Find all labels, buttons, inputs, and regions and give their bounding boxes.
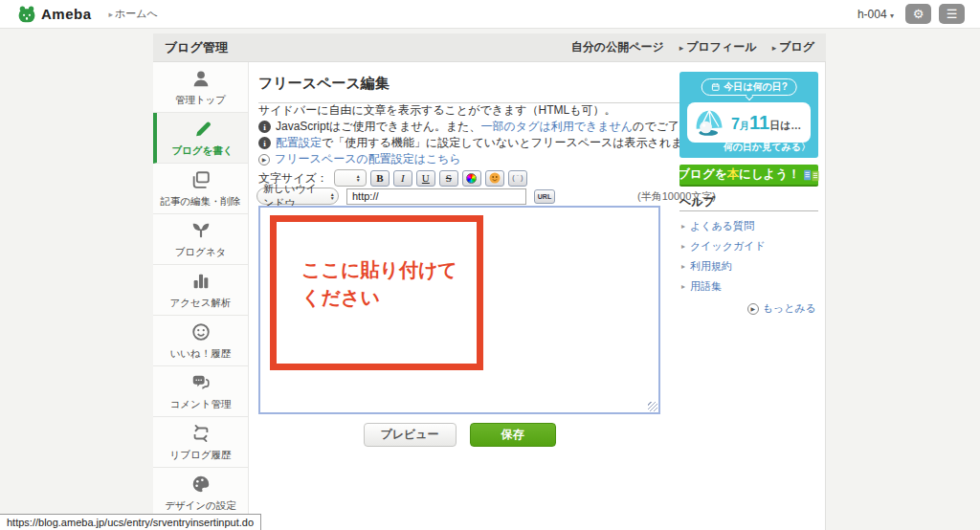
shell-pearl-icon [693,107,727,138]
chevron-down-icon: ▾ [890,11,894,20]
help-link-faq[interactable]: ▸よくある質問 [681,219,754,233]
status-bar-url: https://blog.ameba.jp/ucs/entry/srventry… [0,514,261,530]
info-icon: i [258,137,271,149]
sidebar-item-reblog-history[interactable]: リブログ履歴 [153,417,248,468]
strikethrough-button[interactable]: S [439,170,458,187]
sidebar-item-label: リブログ履歴 [170,449,232,462]
sidebar-item-comment-management[interactable]: コメント管理 [153,366,248,417]
user-id-menu[interactable]: h-004 ▾ [858,8,894,21]
reblog-icon [190,423,212,444]
arrow-right-icon: ▸ [772,43,777,53]
paste-here-text: ここに貼り付けて ください [301,256,457,312]
note-placement: i 配置設定で「使用する機能」に設定していないとフリースペースは表示されません。 [258,135,718,151]
paste-here-annotation: ここに貼り付けて ください [270,215,483,370]
url-input[interactable] [346,188,526,205]
blog-link[interactable]: ▸ブログ [772,39,814,55]
emoticon-icon: (¨) [512,174,524,182]
arrow-right-icon: ▸ [109,10,114,19]
user-icon [190,68,212,89]
help-more-link[interactable]: ▶もっとみる [747,301,816,316]
sidebar-item-write-blog[interactable]: ブログを書く [153,113,248,164]
sidebar-item-label: 管理トップ [175,94,226,107]
blog-to-book-banner[interactable]: ブログを本にしよう！ [679,165,818,187]
sidebar-item-label: ブログを書く [171,144,233,158]
bold-button[interactable]: B [370,170,390,187]
ameba-bear-icon [17,5,36,24]
circle-play-icon: ▶ [747,303,759,315]
help-link-quick-guide[interactable]: ▸クイックガイド [681,239,766,254]
resize-handle[interactable] [648,402,657,411]
ameba-logo-text: Ameba [41,6,92,22]
arrow-right-icon: ▸ [681,222,685,231]
intro-text: サイドバーに自由に文章を表示することができます（HTMLも可）。 [258,102,615,119]
save-button[interactable]: 保存 [470,423,556,447]
home-link[interactable]: ▸ホームへ [109,7,158,21]
color-wheel-icon [466,173,477,184]
today-banner[interactable]: 今日は何の日? 7月11日は… 何の日か見てみる〉 [679,72,818,158]
stepper-icon: ▲▼ [327,189,337,203]
link-target-select[interactable]: 新しいウインドウ▲▼ [256,188,339,205]
note-javascript: i JavaScriptはご使用できません。また、一部のタグは利用できませんので… [258,119,749,135]
italic-button[interactable]: I [393,170,412,187]
freespace-editor-textarea[interactable]: ここに貼り付けて ください [258,206,660,414]
arrow-right-icon: ▸ [681,262,685,271]
layout-settings-link[interactable]: 配置設定 [276,136,322,149]
today-date-text: 7月11日は… [731,112,801,134]
admin-sidebar: 管理トップ ブログを書く 記事の編集・削除 ブログネタ アクセス解析 [153,62,249,530]
palette-icon [190,474,212,495]
gear-icon: ⚙ [913,7,924,21]
today-date-box: 7月11日は… [687,102,811,143]
sidebar-item-label: 記事の編集・削除 [160,195,240,209]
emoji-button[interactable] [485,170,504,187]
font-size-select[interactable]: ▲▼ [334,169,367,187]
stepper-icon: ▲▼ [352,171,365,185]
sidebar-item-label: デザインの設定 [165,499,236,513]
top-bar: Ameba ▸ホームへ h-004 ▾ ⚙ ☰ [0,0,980,29]
sidebar-item-label: コメント管理 [170,398,232,411]
calendar-icon [710,82,720,92]
today-cta-link[interactable]: 何の日か見てみる〉 [724,141,811,154]
info-icon: i [258,121,271,133]
circle-play-icon: ▶ [258,154,270,166]
help-heading: ヘルプ [679,194,715,210]
sidebar-item-label: アクセス解析 [170,297,232,310]
pencil-icon [192,119,213,140]
comments-icon [190,372,212,393]
sidebar-item-design-settings[interactable]: デザインの設定 [153,468,248,519]
ameba-logo[interactable]: Ameba [17,5,92,24]
sidebar-item-edit-delete[interactable]: 記事の編集・削除 [153,164,248,214]
arrow-right-icon: ▸ [679,43,684,53]
sidebar-item-label: いいね！履歴 [170,347,232,361]
preview-button[interactable]: プレビュー [364,423,457,447]
menu-button[interactable]: ☰ [939,4,965,24]
documents-icon [190,169,212,190]
seedling-icon [190,220,212,241]
insert-url-button[interactable]: URL [534,189,555,204]
sidebar-item-label: ブログネタ [175,246,227,259]
sidebar-item-admin-top[interactable]: 管理トップ [153,62,248,113]
help-link-glossary[interactable]: ▸用語集 [681,279,722,294]
settings-button[interactable]: ⚙ [905,4,931,24]
content-area: 管理トップ ブログを書く 記事の編集・削除 ブログネタ アクセス解析 [153,62,826,530]
sidebar-item-like-history[interactable]: いいね！履歴 [153,316,248,366]
emoji-face-icon [489,172,501,184]
public-page-label: 自分の公開ページ [571,39,664,55]
arrow-right-icon: ▸ [681,282,685,291]
underline-button[interactable]: U [416,170,435,187]
smiley-icon [190,321,212,342]
arrow-right-icon: ▸ [681,242,685,251]
page-section-title: ブログ管理 [165,39,228,56]
blog-admin-header: ブログ管理 自分の公開ページ ▸プロフィール ▸ブログ [153,33,826,62]
restricted-tags-link[interactable]: 一部のタグは利用できません [481,120,634,133]
text-color-button[interactable] [462,170,481,187]
bar-chart-icon [190,271,212,292]
freespace-placement-link[interactable]: ▶ フリースペースの配置設定はこちら [258,151,461,167]
help-divider [679,210,818,211]
help-link-terms[interactable]: ▸利用規約 [681,259,732,274]
profile-link[interactable]: ▸プロフィール [679,39,757,55]
emoticon-button[interactable]: (¨) [508,170,527,187]
hamburger-icon: ☰ [947,7,958,21]
sidebar-item-access-analysis[interactable]: アクセス解析 [153,265,248,316]
books-icon [803,168,820,182]
sidebar-item-blog-neta[interactable]: ブログネタ [153,214,248,265]
